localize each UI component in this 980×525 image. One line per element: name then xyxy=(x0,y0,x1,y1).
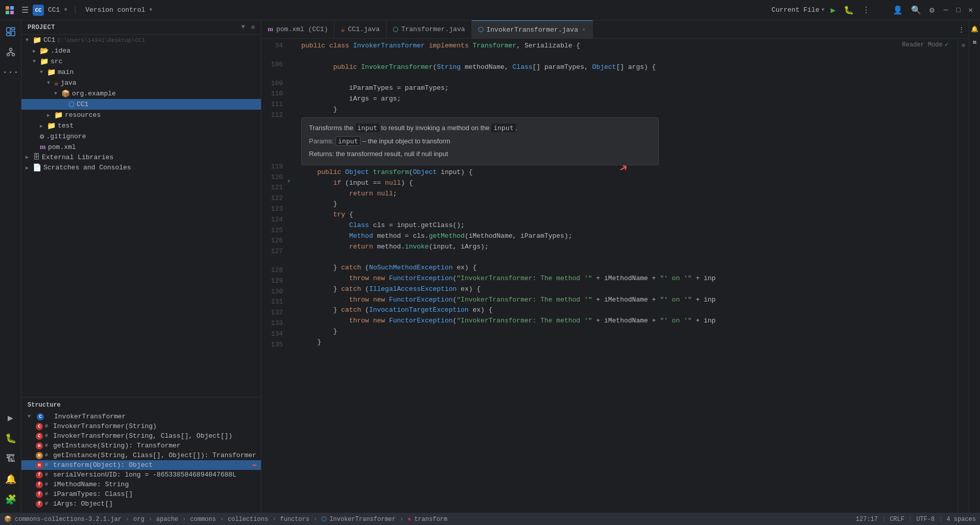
activity-bar: ··· ▶ 🐛 🏗 🔔 🧩 xyxy=(0,20,21,513)
tree-item-pom-xml[interactable]: 𝐦 pom.xml xyxy=(21,142,261,152)
status-breadcrumb-apache[interactable]: apache xyxy=(156,516,178,523)
status-encoding[interactable]: UTF-8 xyxy=(916,516,935,523)
status-position[interactable]: 127:17 xyxy=(856,516,878,523)
struct-item-iargs[interactable]: f # iArgs: Object[] xyxy=(21,499,261,509)
debug-button[interactable]: 🐛 xyxy=(842,4,856,16)
status-breadcrumb-org[interactable]: org xyxy=(133,516,145,523)
struct-item-invoker-transformer[interactable]: ▼ C InvokerTransformer xyxy=(21,412,261,421)
tree-item-cc1-class[interactable]: ⬡ CC1 xyxy=(21,99,261,110)
struct-label-transform: transform(Object): Object xyxy=(53,461,153,469)
code-line-128: } catch (NoSuchMethodException ex) { xyxy=(297,263,958,273)
struct-item-serial-uid[interactable]: f # serialVersionUID: long = -8653385846… xyxy=(21,470,261,480)
code-line-34: public class InvokerTransformer implemen… xyxy=(297,41,958,52)
tree-label-cc1: CC1 xyxy=(43,36,55,44)
tree-item-cc1-root[interactable]: ▼ 📁 CC1 C:\Users\14341\Desktop\CC1 xyxy=(21,35,261,45)
tab-label-cc1-java: CC1.java xyxy=(348,26,379,33)
status-breadcrumb-collections[interactable]: collections xyxy=(228,516,268,523)
run-button[interactable]: ▶ xyxy=(828,4,838,16)
activity-build[interactable]: 🏗 xyxy=(2,449,20,468)
settings-icon[interactable]: ⚙ xyxy=(927,4,937,16)
code-line-111: } xyxy=(297,105,958,115)
run-config-dropdown[interactable]: ▼ xyxy=(821,7,824,13)
tab-cc1-java[interactable]: ☕ CC1.java xyxy=(334,20,386,39)
package-icon-org-example: 📦 xyxy=(61,89,70,98)
activity-run[interactable]: ▶ xyxy=(2,409,20,427)
user-icon[interactable]: 👤 xyxy=(891,4,905,16)
tab-more-button[interactable]: ⋮ xyxy=(954,26,969,34)
tree-item-idea[interactable]: ▶ 📂 .idea xyxy=(21,45,261,56)
javadoc-popup: Transforms the input to result by invoki… xyxy=(301,117,659,165)
activity-vcs[interactable] xyxy=(2,43,20,61)
tree-item-org-example[interactable]: ▼ 📦 org.example xyxy=(21,88,261,99)
close-button[interactable]: ✕ xyxy=(966,6,976,14)
sidebar-dropdown-icon[interactable]: ▼ xyxy=(242,23,245,31)
restore-button[interactable]: □ xyxy=(953,6,963,14)
status-breadcrumb-jar[interactable]: commons-collections-3.2.1.jar xyxy=(15,516,122,523)
struct-item-constructor2[interactable]: C # InvokerTransformer(String, Class[], … xyxy=(21,431,261,441)
code-line-110: iArgs = args; xyxy=(297,94,958,105)
version-control-label[interactable]: Version control xyxy=(85,6,145,14)
tab-pom-xml[interactable]: 𝐦 pom.xml (CC1) xyxy=(261,20,334,39)
status-indent[interactable]: 4 spaces xyxy=(946,516,976,523)
tree-label-scratches: Scratches and Consoles xyxy=(43,164,131,171)
struct-item-imethod-name[interactable]: f # iMethodName: String xyxy=(21,480,261,489)
struct-access-ctor2: # xyxy=(45,433,51,439)
code-line-blank-b xyxy=(297,72,958,83)
search-icon[interactable]: 🔍 xyxy=(909,4,923,16)
activity-plugins[interactable]: 🧩 xyxy=(2,490,20,509)
tree-label-ext-libs: External Libraries xyxy=(42,154,113,161)
code-line-126: return method.invoke(input, iArgs); xyxy=(297,242,958,253)
struct-badge-get2: m xyxy=(36,452,43,459)
tree-item-java[interactable]: ▼ ☕ java xyxy=(21,78,261,88)
tree-item-ext-libs[interactable]: ▶ 🗄 External Libraries xyxy=(21,152,261,162)
tab-label-transformer-java: Transformer.java xyxy=(401,26,465,33)
project-badge: CC xyxy=(33,5,44,16)
struct-item-constructor1[interactable]: C # InvokerTransformer(String) xyxy=(21,421,261,431)
reader-mode-check: ✓ xyxy=(945,41,948,48)
project-name[interactable]: CC1 xyxy=(48,6,60,14)
activity-notifications[interactable]: 🔔 xyxy=(2,470,20,488)
project-dropdown[interactable]: ▼ xyxy=(64,7,67,13)
sidebar-settings-icon[interactable]: ⚙ xyxy=(251,23,255,31)
minimize-button[interactable]: ─ xyxy=(941,6,951,14)
struct-item-transform[interactable]: m # transform(Object): Object ⬅ xyxy=(21,460,261,470)
tab-invoker-transformer[interactable]: ⬡ InvokerTransformer.java ✕ xyxy=(472,20,593,39)
activity-debug[interactable]: 🐛 xyxy=(2,429,20,447)
status-bar: 📦 commons-collections-3.2.1.jar › org › … xyxy=(0,513,980,525)
tree-item-test[interactable]: ▶ 📁 test xyxy=(21,120,261,131)
tree-item-src[interactable]: ▼ 📁 src xyxy=(21,56,261,67)
struct-access-iargs: # xyxy=(45,501,51,507)
gutter: ⚡ xyxy=(287,39,297,513)
file-tree: ▼ 📁 CC1 C:\Users\14341\Desktop\CC1 ▶ 📂 .… xyxy=(21,35,261,397)
tree-item-main[interactable]: ▼ 📁 main xyxy=(21,67,261,78)
breadcrumb-sep-4: › xyxy=(220,516,224,523)
status-breadcrumb-functors[interactable]: functors xyxy=(280,516,309,523)
tree-item-scratches[interactable]: ▶ 📄 Scratches and Consoles xyxy=(21,162,261,173)
tree-path-cc1: C:\Users\14341\Desktop\CC1 xyxy=(57,37,145,43)
struct-item-get-instance1[interactable]: m # getInstance(String): Transformer xyxy=(21,441,261,451)
activity-project[interactable] xyxy=(2,22,20,41)
tree-arrow-main: ▼ xyxy=(40,69,47,75)
tab-transformer-java[interactable]: ⬡ Transformer.java xyxy=(387,20,472,39)
breadcrumb-sep-6: › xyxy=(314,516,317,523)
activity-more[interactable]: ··· xyxy=(2,63,20,82)
main-area: ··· ▶ 🐛 🏗 🔔 🧩 Project ▼ ⚙ ▼ 📁 CC1 C:\Use… xyxy=(0,20,980,513)
sidebar-project-header: Project ▼ ⚙ xyxy=(21,20,261,35)
run-config[interactable]: Current File ▼ xyxy=(772,6,825,14)
hamburger-menu[interactable]: ☰ xyxy=(21,5,29,15)
code-editor[interactable]: public class InvokerTransformer implemen… xyxy=(297,39,958,513)
javadoc-returns: Returns: the transformed result, null if… xyxy=(309,149,651,160)
tree-item-resources[interactable]: ▶ 📁 resources xyxy=(21,110,261,120)
folder-icon-cc1: 📁 xyxy=(33,36,41,44)
status-breadcrumb-invoker-transformer[interactable]: InvokerTransformer xyxy=(329,516,396,523)
status-breadcrumb-transform[interactable]: transform xyxy=(414,516,447,523)
struct-item-iparam-types[interactable]: f # iParamTypes: Class[] xyxy=(21,489,261,499)
tab-close-invoker-transformer[interactable]: ✕ xyxy=(581,26,586,33)
more-run-options[interactable]: ⋮ xyxy=(860,4,872,16)
struct-item-get-instance2[interactable]: m # getInstance(String, Class[], Object[… xyxy=(21,451,261,460)
folder-icon-main: 📁 xyxy=(47,68,56,77)
status-line-ending[interactable]: CRLF xyxy=(890,516,904,523)
tree-item-gitignore[interactable]: ⚙ .gitignore xyxy=(21,131,261,142)
right-notifications-icon[interactable]: 🔔 xyxy=(970,24,979,34)
status-breadcrumb-commons[interactable]: commons xyxy=(190,516,216,523)
